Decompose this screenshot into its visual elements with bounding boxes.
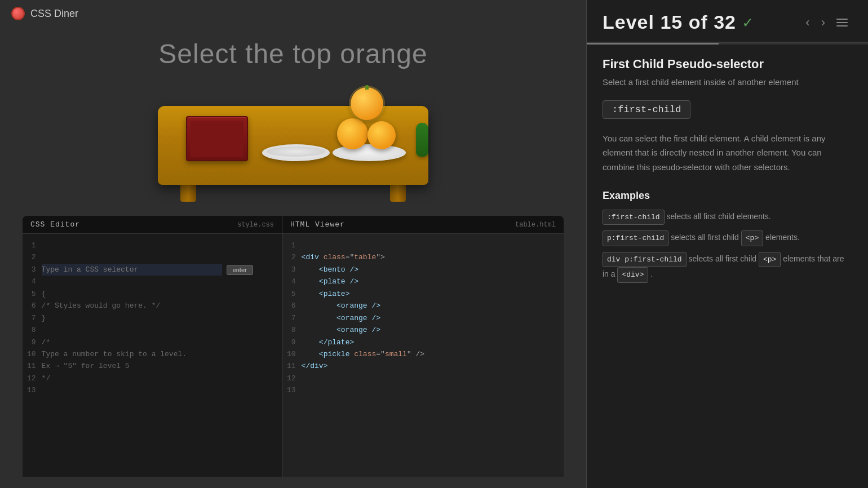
scene-container bbox=[0, 75, 586, 216]
pickle bbox=[416, 123, 428, 157]
example-1-code: :first-child bbox=[603, 210, 665, 225]
logo-icon bbox=[11, 7, 25, 20]
html-panel-header: HTML Viewer table.html bbox=[282, 216, 564, 234]
css-code-content: enter { /* Styles would go here. */ } /*… bbox=[42, 234, 282, 477]
app-name: CSS Diner bbox=[30, 8, 78, 20]
selector-badge: :first-child bbox=[603, 100, 690, 119]
level-info: Level 15 of 32 ✓ bbox=[603, 11, 752, 33]
checkmark-icon: ✓ bbox=[743, 13, 752, 32]
right-content: First Child Pseudo-selector Select a fir… bbox=[587, 45, 868, 488]
css-selector-input[interactable] bbox=[42, 264, 222, 276]
table-scene bbox=[158, 89, 428, 202]
css-panel-header: CSS Editor style.css bbox=[23, 216, 282, 234]
editor-area: CSS Editor style.css 12345678910111213 e… bbox=[0, 216, 586, 488]
example-2-code1: p:first-child bbox=[603, 230, 668, 246]
example-2: p:first-child selects all first child <p… bbox=[603, 230, 852, 246]
html-code-area: 12345678910111213 <div class="table"> <b… bbox=[282, 234, 564, 477]
right-panel: Level 15 of 32 ✓ ‹ › First Child Pseudo-… bbox=[586, 0, 868, 488]
concept-title: First Child Pseudo-selector bbox=[603, 57, 852, 72]
level-text: Level 15 of 32 bbox=[603, 11, 736, 33]
example-1-desc: selects all first child elements. bbox=[667, 212, 771, 221]
challenge-title: Select the top orange bbox=[0, 27, 586, 75]
html-viewer-title: HTML Viewer bbox=[290, 220, 345, 229]
css-input-row[interactable]: enter bbox=[42, 264, 274, 276]
css-code-area: 12345678910111213 enter { /* Styles woul… bbox=[23, 234, 282, 477]
example-2-desc2: elements. bbox=[765, 233, 800, 242]
next-level-button[interactable]: › bbox=[817, 13, 830, 32]
example-3-code3: <div> bbox=[617, 267, 648, 282]
enter-button[interactable]: enter bbox=[227, 265, 253, 275]
menu-bar-3 bbox=[836, 25, 848, 26]
plate-1-rim bbox=[267, 147, 325, 157]
menu-bar-2 bbox=[836, 22, 848, 23]
example-3-code2: <p> bbox=[759, 252, 781, 267]
html-code-content: <div class="table"> <bento /> <plate /> … bbox=[302, 234, 564, 477]
example-3-desc1: selects all first child bbox=[689, 254, 759, 263]
html-panel: HTML Viewer table.html 12345678910111213… bbox=[282, 216, 564, 477]
prev-level-button[interactable]: ‹ bbox=[801, 13, 814, 32]
nav-buttons: ‹ › bbox=[801, 13, 852, 32]
css-line-numbers: 12345678910111213 bbox=[23, 234, 42, 477]
orange-stem bbox=[365, 85, 369, 90]
menu-button[interactable] bbox=[832, 16, 852, 29]
bento-box bbox=[186, 116, 248, 161]
example-2-code2: <p> bbox=[741, 230, 763, 246]
example-3: div p:first-child selects all first chil… bbox=[603, 252, 852, 283]
left-panel: CSS Diner Select the top orange bbox=[0, 0, 586, 488]
app-header: CSS Diner bbox=[0, 0, 586, 27]
concept-desc: Select a first child element inside of a… bbox=[603, 76, 852, 89]
editor-container: CSS Editor style.css 12345678910111213 e… bbox=[23, 216, 564, 477]
bento-inner bbox=[191, 121, 243, 157]
orange-top bbox=[351, 87, 383, 120]
css-editor-title: CSS Editor bbox=[30, 220, 80, 229]
example-3-desc3: . bbox=[650, 269, 653, 278]
right-header: Level 15 of 32 ✓ ‹ › bbox=[587, 0, 868, 43]
css-filename: style.css bbox=[237, 221, 274, 229]
html-line-numbers: 12345678910111213 bbox=[282, 234, 302, 477]
menu-bar-1 bbox=[836, 19, 848, 20]
examples-title: Examples bbox=[603, 190, 852, 202]
explanation-text: You can select the first child element. … bbox=[603, 131, 852, 175]
css-panel: CSS Editor style.css 12345678910111213 e… bbox=[23, 216, 282, 477]
html-filename: table.html bbox=[515, 221, 556, 229]
example-3-code1: div p:first-child bbox=[603, 252, 687, 267]
orange-bottom-right bbox=[367, 121, 396, 149]
example-1: :first-child selects all first child ele… bbox=[603, 210, 852, 225]
orange-bottom-left bbox=[337, 118, 368, 149]
example-2-desc1: selects all first child bbox=[671, 233, 741, 242]
